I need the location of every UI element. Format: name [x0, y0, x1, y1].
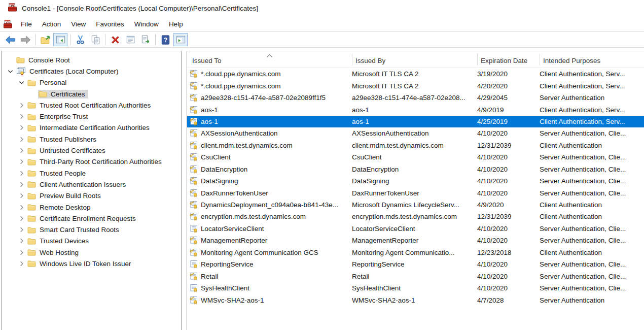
chevron-right-icon[interactable] [16, 180, 27, 189]
title-bar: Console1 - [Console Root\Certificates (L… [0, 0, 644, 16]
tree-item-windows-live-id-token-issuer[interactable]: Windows Live ID Token Issuer [2, 258, 181, 269]
table-row[interactable]: client.mdm.test.dynamics.comclient.mdm.t… [187, 140, 644, 151]
tree-item-client-authentication-issuers[interactable]: Client Authentication Issuers [2, 179, 181, 190]
chevron-right-icon[interactable] [16, 191, 27, 201]
chevron-right-icon[interactable] [16, 112, 27, 121]
console-tree-pane[interactable]: Console RootCertificates (Local Computer… [1, 51, 182, 330]
chevron-right-icon[interactable] [16, 101, 27, 110]
menu-help[interactable]: Help [164, 18, 188, 30]
column-header-intended-purposes[interactable]: Intended Purposes [543, 57, 600, 64]
tree-item-untrusted-certificates[interactable]: Untrusted Certificates [2, 145, 181, 156]
issued-to-cell: LocatorServiceClient [187, 224, 352, 233]
chevron-right-icon[interactable] [16, 146, 27, 155]
chevron-right-icon[interactable] [16, 123, 27, 133]
column-divider[interactable] [352, 54, 352, 65]
forward-button[interactable] [18, 33, 32, 46]
tree-item-certificates[interactable]: Certificates [2, 88, 181, 100]
table-row[interactable]: WMSvc-SHA2-aos-1WMSvc-SHA2-aos-14/7/2028… [187, 294, 644, 306]
intended-purposes-cell: Client Authentication [540, 213, 644, 220]
chevron-right-icon[interactable] [16, 237, 27, 246]
cert-store-icon [16, 67, 26, 76]
issued-to-text: DaxRunnerTokenUser [201, 189, 268, 197]
table-row[interactable]: SysHealthClientSysHealthClient4/10/2020S… [187, 282, 644, 294]
intended-purposes-cell: Server Authentication, Clie... [540, 260, 644, 268]
tree-item-trusted-people[interactable]: Trusted People [2, 168, 181, 179]
table-row[interactable]: Monitoring Agent Communication GCSMonito… [187, 247, 644, 258]
tree-item-certificate-enrollment-requests[interactable]: Certificate Enrollment Requests [2, 213, 181, 224]
menu-action[interactable]: Action [37, 18, 66, 30]
tree-item-preview-build-roots[interactable]: Preview Build Roots [2, 190, 181, 202]
table-row[interactable]: AXSessionAuthenticationAXSessionAuthenti… [187, 127, 644, 139]
table-row[interactable]: encryption.mds.test.dynamics.comencrypti… [187, 211, 644, 222]
tree-item-enterprise-trust[interactable]: Enterprise Trust [2, 111, 181, 122]
column-header-issued-by[interactable]: Issued By [355, 57, 385, 64]
table-row[interactable]: aos-1aos-14/25/2019Client Authentication… [187, 116, 644, 127]
export-list-button[interactable] [138, 33, 153, 46]
expiration-date-cell: 4/9/2019 [477, 106, 540, 114]
chevron-right-icon[interactable] [16, 135, 27, 144]
table-row[interactable]: ManagementReporterManagementReporter4/10… [187, 235, 644, 246]
menu-view[interactable]: View [66, 18, 91, 30]
chevron-down-icon[interactable] [5, 67, 16, 76]
show-hide-console-tree-button[interactable] [53, 33, 67, 46]
table-row[interactable]: CsuClientCsuClient4/10/2020Server Authen… [187, 151, 644, 163]
column-divider[interactable] [477, 54, 478, 65]
tree-item-web-hosting[interactable]: Web Hosting [2, 247, 181, 258]
table-row[interactable]: ReportingServiceReportingService4/10/202… [187, 258, 644, 270]
chevron-right-icon[interactable] [16, 157, 27, 167]
chevron-right-icon[interactable] [16, 225, 27, 235]
chevron-right-icon[interactable] [16, 259, 27, 268]
table-row[interactable]: *.cloud.ppe.dynamics.comMicrosoft IT TLS… [187, 68, 644, 80]
menu-file[interactable]: File [16, 18, 37, 30]
tree-item-console-root[interactable]: Console Root [2, 54, 181, 65]
tree-item-label: Trusted Devices [39, 237, 90, 245]
chevron-right-icon[interactable] [16, 203, 27, 212]
chevron-right-icon[interactable] [16, 248, 27, 257]
menu-bar: FileActionViewFavoritesWindowHelp [0, 16, 644, 32]
table-row[interactable]: LocatorServiceClientLocatorServiceClient… [187, 223, 644, 235]
mmc-child-window-icon [3, 19, 13, 29]
table-row[interactable]: DaxRunnerTokenUserDaxRunnerTokenUser4/10… [187, 187, 644, 199]
menu-window[interactable]: Window [129, 18, 164, 30]
table-row[interactable]: RetailRetail4/10/2020Server Authenticati… [187, 270, 644, 282]
table-row[interactable]: DataEncryptionDataEncryption4/10/2020Ser… [187, 163, 644, 175]
intended-purposes-cell: Client Authentication [540, 249, 644, 256]
column-header-expiration-date[interactable]: Expiration Date [481, 57, 527, 64]
column-divider[interactable] [540, 54, 540, 65]
folder-icon [27, 79, 36, 86]
help-button[interactable]: ? [158, 33, 172, 46]
certificate-list-pane[interactable]: Issued ToIssued ByExpiration DateIntende… [187, 51, 644, 330]
issued-by-cell: DaxRunnerTokenUser [352, 189, 477, 197]
table-row[interactable]: DataSigningDataSigning4/10/2020Server Au… [187, 175, 644, 187]
menu-favorites[interactable]: Favorites [91, 18, 129, 30]
chevron-down-icon[interactable] [16, 78, 27, 87]
up-one-level-button[interactable] [38, 33, 52, 46]
intended-purposes-cell: Client Authentication [540, 142, 644, 149]
tree-item-smart-card-trusted-roots[interactable]: Smart Card Trusted Roots [2, 224, 181, 235]
tree-item-remote-desktop[interactable]: Remote Desktop [2, 202, 181, 213]
list-rows: *.cloud.ppe.dynamics.comMicrosoft IT TLS… [187, 68, 644, 330]
tree-item-trusted-devices[interactable]: Trusted Devices [2, 236, 181, 247]
tree-node: Trusted Devices [27, 237, 92, 245]
cut-button[interactable] [73, 33, 87, 46]
back-button[interactable] [3, 33, 17, 46]
table-row[interactable]: DynamicsDeployment_c094a0ea-b841-43e...M… [187, 199, 644, 211]
intended-purposes-cell: Server Authentication, Clie... [540, 153, 644, 161]
tree-item-third-party-root-certification-authorities[interactable]: Third-Party Root Certification Authoriti… [2, 156, 181, 168]
tree-item-trusted-publishers[interactable]: Trusted Publishers [2, 134, 181, 145]
chevron-right-icon[interactable] [16, 169, 27, 178]
table-row[interactable]: *.cloud.ppe.dynamics.comMicrosoft IT TLS… [187, 80, 644, 91]
column-header-issued-to[interactable]: Issued To [192, 57, 222, 64]
show-hide-action-pane-button[interactable] [173, 33, 188, 46]
table-row[interactable]: a29ee328-c151-474e-a587-02e2089ff1f5a29e… [187, 92, 644, 104]
chevron-right-icon[interactable] [16, 214, 27, 223]
intended-purposes-cell: Server Authentication, Clie... [540, 129, 644, 137]
properties-button[interactable] [123, 33, 137, 46]
tree-item-intermediate-certification-authorities[interactable]: Intermediate Certification Authorities [2, 122, 181, 134]
table-row[interactable]: aos-1aos-14/9/2019Client Authentication,… [187, 104, 644, 115]
tree-item-trusted-root-certification-authorities[interactable]: Trusted Root Certification Authorities [2, 100, 181, 111]
tree-item-certificates-local-computer[interactable]: Certificates (Local Computer) [2, 65, 181, 77]
tree-item-personal[interactable]: Personal [2, 77, 181, 88]
delete-button[interactable] [108, 33, 122, 46]
copy-button[interactable] [88, 33, 102, 46]
